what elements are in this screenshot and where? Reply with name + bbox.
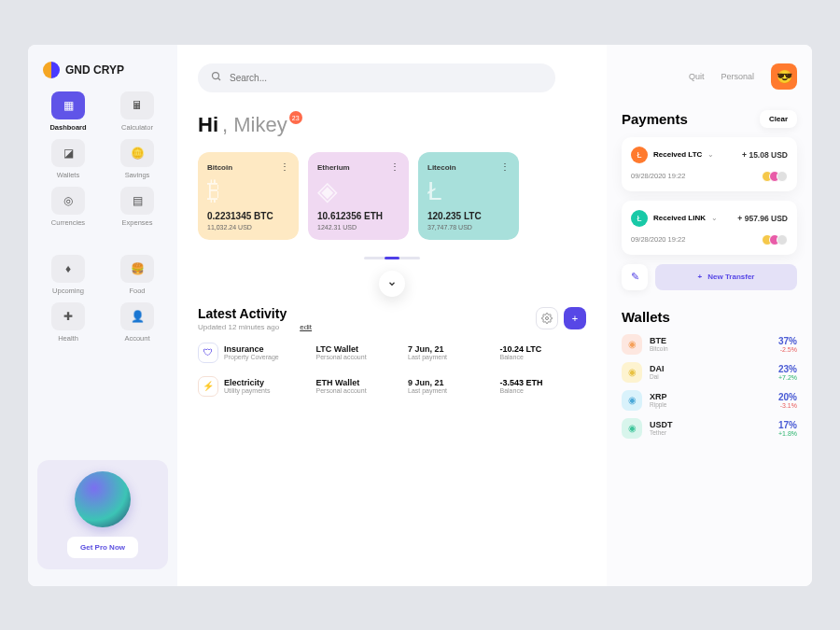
- expand-button[interactable]: [379, 271, 405, 297]
- nav-label: Savings: [125, 171, 150, 179]
- nav-label: Currencies: [51, 218, 85, 227]
- health-icon: ✚: [51, 302, 85, 330]
- activity-wallet: ETH Wallet: [316, 378, 403, 387]
- coin-symbol-icon: ◈: [317, 175, 399, 207]
- activity-edit-link[interactable]: edit: [300, 323, 312, 331]
- svg-line-1: [218, 77, 221, 80]
- sidebar: GND CRYP ▦Dashboard🖩Calculator◪Wallets🪙S…: [28, 45, 177, 586]
- chevron-down-icon[interactable]: ⌄: [711, 214, 718, 222]
- nav-label: Dashboard: [49, 123, 86, 132]
- nav-item-health[interactable]: ✚Health: [37, 302, 99, 343]
- coin-card-btc[interactable]: Bitcoin ⋮ ₿ 0.2231345 BTC 11,032.24 USD: [198, 152, 299, 240]
- nav-item-currencies[interactable]: ◎Currencies: [37, 187, 99, 227]
- personal-link[interactable]: Personal: [721, 72, 754, 81]
- promo-card: Get Pro Now: [37, 460, 168, 569]
- activity-icon: ⚡: [198, 376, 218, 397]
- nav-label: Food: [129, 287, 145, 295]
- notification-badge[interactable]: 23: [289, 111, 302, 124]
- grid-icon: ▦: [51, 91, 85, 119]
- nav-label: Upcoming: [52, 287, 84, 295]
- coin-name: Bitcoin: [207, 163, 289, 172]
- activity-add-button[interactable]: +: [564, 307, 586, 329]
- coin-menu-icon[interactable]: ⋮: [500, 161, 510, 172]
- wallet-symbol: USDT: [650, 420, 673, 429]
- chevron-down-icon[interactable]: ⌄: [707, 150, 714, 159]
- payment-coin-icon: Ł: [631, 147, 648, 163]
- activity-subtitle: Updated 12 minutes ago: [198, 323, 287, 331]
- savings-icon: 🪙: [120, 139, 154, 167]
- wallet-change: +7.2%: [778, 374, 797, 381]
- get-pro-button[interactable]: Get Pro Now: [67, 537, 138, 558]
- wallet-coin-icon: ◉: [622, 362, 642, 383]
- nav-label: Account: [124, 334, 149, 343]
- nav-item-upcoming[interactable]: ♦Upcoming: [37, 255, 99, 295]
- transfer-edit-button[interactable]: ✎: [622, 264, 648, 290]
- activity-balance: -10.24 LTC: [500, 344, 587, 354]
- activity-date: 7 Jun, 21: [408, 344, 495, 354]
- wallet-coin-icon: ◉: [622, 418, 642, 439]
- wallet-percent: 37%: [778, 336, 797, 346]
- new-transfer-button[interactable]: + New Transfer: [655, 264, 797, 290]
- plus-icon: +: [698, 273, 703, 281]
- wallet-row-xrp[interactable]: ◉ XRPRipple 20% -3.1%: [622, 390, 797, 411]
- nav-item-calculator[interactable]: 🖩Calculator: [106, 91, 168, 132]
- clear-button[interactable]: Clear: [760, 110, 797, 128]
- coin-symbol-icon: ₿: [207, 175, 289, 207]
- coin-symbol-icon: Ł: [427, 175, 510, 207]
- payment-date: 09/28/2020 19:22: [631, 235, 685, 244]
- activity-row[interactable]: 🛡 InsuranceProperty Coverage LTC WalletP…: [198, 343, 586, 363]
- coin-menu-icon[interactable]: ⋮: [280, 161, 289, 172]
- greeting: Hi , Mikey 23: [198, 113, 586, 137]
- activity-name: Electricity: [224, 378, 311, 387]
- coin-card-ltc[interactable]: Litecoin ⋮ Ł 120.235 LTC 37,747.78 USD: [418, 152, 519, 240]
- activity-title: Latest Activity: [198, 306, 287, 321]
- coin-card-eth[interactable]: Etherium ⋮ ◈ 10.612356 ETH 1242.31 USD: [308, 152, 409, 240]
- wallet-change: -2.5%: [778, 346, 797, 353]
- greeting-name: , Mikey: [222, 113, 287, 137]
- coin-usd: 11,032.24 USD: [207, 224, 289, 231]
- quit-link[interactable]: Quit: [689, 72, 705, 81]
- wallet-symbol: XRP: [650, 392, 667, 401]
- payment-amount: + 15.08 USD: [742, 150, 788, 160]
- activity-wallet: LTC Wallet: [316, 344, 403, 354]
- wallet-change: -3.1%: [778, 402, 797, 409]
- activity-balance: -3.543 ETH: [500, 378, 587, 387]
- nav-item-account[interactable]: 👤Account: [106, 302, 168, 343]
- coin-usd: 37,747.78 USD: [427, 224, 510, 231]
- calculator-icon: 🖩: [120, 91, 154, 119]
- payment-label: Received LINK: [653, 214, 706, 222]
- activity-desc: Property Coverage: [224, 354, 311, 360]
- search-icon: [211, 71, 222, 85]
- wallet-symbol: DAI: [650, 364, 665, 373]
- wallet-percent: 17%: [778, 420, 797, 430]
- payment-avatars: [765, 234, 788, 245]
- wallet-row-bte[interactable]: ◉ BTEBitcoin 37% -2.5%: [622, 334, 797, 355]
- payment-avatars: [765, 171, 788, 182]
- activity-row[interactable]: ⚡ ElectricityUtility payments ETH Wallet…: [198, 376, 586, 397]
- wallet-name: Ripple: [650, 401, 667, 408]
- wallet-percent: 23%: [778, 364, 797, 374]
- search-bar[interactable]: [198, 63, 555, 92]
- payment-card[interactable]: Ł Received LINK ⌄ + 957.96 USD 09/28/202…: [622, 201, 797, 255]
- main-panel: Hi , Mikey 23 Bitcoin ⋮ ₿ 0.2231345 BTC …: [177, 45, 607, 586]
- payments-title: Payments: [622, 111, 688, 127]
- activity-settings-button[interactable]: [536, 307, 558, 329]
- nav-item-food[interactable]: 🍔Food: [106, 255, 168, 295]
- promo-orb-icon: [75, 471, 131, 527]
- search-input[interactable]: [230, 73, 542, 83]
- payment-card[interactable]: Ł Received LTC ⌄ + 15.08 USD 09/28/2020 …: [622, 137, 797, 191]
- wallet-percent: 20%: [778, 392, 797, 402]
- nav-item-expenses[interactable]: ▤Expenses: [106, 187, 168, 227]
- currency-icon: ◎: [51, 187, 85, 215]
- wallet-name: Bitcoin: [650, 345, 668, 352]
- svg-point-0: [213, 72, 219, 78]
- coin-menu-icon[interactable]: ⋮: [390, 161, 399, 172]
- nav-item-dashboard[interactable]: ▦Dashboard: [37, 91, 99, 132]
- nav-item-savings[interactable]: 🪙Savings: [106, 139, 168, 179]
- wallet-row-dai[interactable]: ◉ DAIDai 23% +7.2%: [622, 362, 797, 383]
- nav-item-wallets[interactable]: ◪Wallets: [37, 139, 99, 179]
- avatar[interactable]: 😎: [771, 63, 797, 90]
- upcoming-icon: ♦: [51, 255, 85, 283]
- wallet-row-usdt[interactable]: ◉ USDTTether 17% +1.8%: [622, 418, 797, 439]
- wallets-title: Wallets: [622, 309, 670, 325]
